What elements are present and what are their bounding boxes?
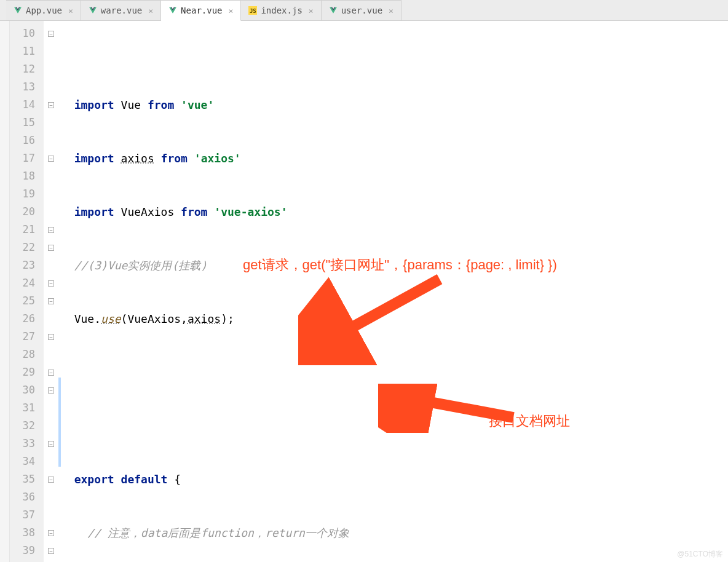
fold-icon[interactable]: −	[48, 280, 54, 287]
arrow-icon	[298, 273, 458, 365]
line-number: 34	[10, 453, 44, 470]
fold-icon[interactable]: −	[48, 530, 54, 536]
line-number: 22	[10, 239, 44, 256]
vue-icon	[14, 6, 22, 15]
js-icon: JS	[248, 6, 257, 15]
line-number: 28	[10, 346, 44, 363]
annotation-get-request: get请求，get("接口网址"，{params：{page: , limit}…	[243, 256, 557, 274]
close-icon[interactable]: ×	[229, 6, 234, 15]
fold-icon[interactable]: −	[48, 227, 54, 233]
code-line: import axios from 'axios'	[58, 149, 728, 167]
svg-line-9	[317, 279, 440, 347]
fold-gutter: − − − − − − − − − − − − − −	[44, 21, 58, 562]
tab-label: index.js	[261, 6, 302, 15]
tab-user-vue[interactable]: user.vue ×	[322, 0, 402, 20]
line-number: 10	[10, 25, 44, 42]
line-number: 24	[10, 274, 44, 292]
fold-icon[interactable]: −	[48, 387, 54, 394]
line-number: 29	[10, 363, 44, 381]
fold-icon[interactable]: −	[48, 245, 54, 251]
line-number: 14	[10, 96, 44, 114]
fold-icon[interactable]: −	[48, 31, 54, 37]
close-icon[interactable]: ×	[309, 6, 314, 15]
line-number: 32	[10, 417, 44, 435]
vue-icon	[329, 6, 338, 15]
fold-icon[interactable]: −	[48, 298, 54, 304]
tab-label: user.vue	[341, 6, 382, 15]
line-number: 27	[10, 328, 44, 346]
line-number-gutter: 10 11 12 13 14 15 16 17 18 19 20 21 22 2…	[10, 21, 44, 562]
tab-label: ware.vue	[101, 6, 142, 15]
gutter-margin	[0, 21, 10, 562]
tab-bar: App.vue × ware.vue × Near.vue × JS index…	[0, 0, 728, 21]
line-number: 12	[10, 60, 44, 78]
line-number: 37	[10, 506, 44, 524]
line-number: 19	[10, 185, 44, 203]
svg-line-11	[390, 395, 513, 418]
fold-icon[interactable]: −	[48, 102, 54, 108]
code-line	[58, 363, 728, 381]
line-number: 31	[10, 399, 44, 417]
line-number: 38	[10, 524, 44, 542]
line-number: 30	[10, 381, 44, 399]
fold-icon[interactable]: −	[48, 156, 54, 162]
line-number: 25	[10, 292, 44, 310]
arrow-icon	[378, 384, 532, 433]
line-number: 26	[10, 310, 44, 328]
line-number: 36	[10, 488, 44, 506]
fold-icon[interactable]: −	[48, 441, 54, 447]
line-number: 15	[10, 114, 44, 132]
line-number: 23	[10, 256, 44, 274]
editor[interactable]: 10 11 12 13 14 15 16 17 18 19 20 21 22 2…	[0, 21, 728, 562]
close-icon[interactable]: ×	[148, 6, 153, 15]
line-number: 20	[10, 203, 44, 221]
watermark: @51CTO博客	[677, 549, 723, 560]
tab-label: Near.vue	[181, 6, 222, 15]
tab-near-vue[interactable]: Near.vue ×	[161, 0, 241, 21]
fold-icon[interactable]: −	[48, 548, 54, 554]
line-number: 35	[10, 470, 44, 488]
close-icon[interactable]: ×	[389, 6, 394, 15]
vue-icon	[168, 6, 177, 15]
code-line: import VueAxios from 'vue-axios'	[58, 203, 728, 221]
tab-app-vue[interactable]: App.vue ×	[6, 0, 81, 20]
fold-icon[interactable]: −	[48, 334, 54, 340]
change-marker	[58, 378, 61, 467]
line-number: 21	[10, 221, 44, 239]
line-number: 11	[10, 42, 44, 60]
line-number: 13	[10, 78, 44, 96]
tab-ware-vue[interactable]: ware.vue ×	[81, 0, 161, 20]
code-line: export default {	[58, 470, 728, 488]
line-number: 33	[10, 435, 44, 453]
line-number: 39	[10, 542, 44, 560]
tab-label: App.vue	[26, 6, 62, 15]
line-number: 17	[10, 149, 44, 167]
line-number: 16	[10, 132, 44, 149]
tab-index-js[interactable]: JS index.js ×	[241, 0, 321, 20]
vue-icon	[89, 6, 97, 15]
fold-icon[interactable]: −	[48, 370, 54, 376]
code-line: // 注意，data后面是function，return一个对象	[58, 524, 728, 542]
fold-icon[interactable]: −	[48, 477, 54, 483]
line-number: 18	[10, 167, 44, 185]
code-area[interactable]: import Vue from 'vue' import axios from …	[58, 21, 728, 562]
close-icon[interactable]: ×	[68, 6, 73, 15]
code-line: import Vue from 'vue'	[58, 96, 728, 114]
